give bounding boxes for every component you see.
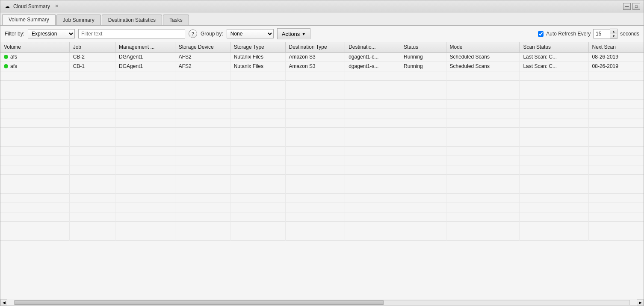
- cell-empty: [115, 184, 175, 193]
- table-row-empty: [0, 193, 644, 203]
- cell-empty: [345, 165, 400, 174]
- cell-empty: [446, 212, 520, 221]
- cell-empty: [69, 99, 115, 109]
- cell-empty: [0, 137, 69, 146]
- cell-empty: [69, 203, 115, 212]
- help-button[interactable]: ?: [189, 29, 197, 38]
- tab-close-button[interactable]: ✕: [53, 3, 61, 10]
- group-by-select[interactable]: None: [227, 29, 274, 38]
- horizontal-scrollbar[interactable]: ◀ ▶: [0, 299, 644, 306]
- cell-empty: [588, 90, 644, 99]
- cell-scan-status: Last Scan: C...: [520, 52, 588, 62]
- table-container[interactable]: Volume Job Management ... Storage Device: [0, 42, 644, 299]
- cell-empty: [520, 165, 588, 174]
- table-row[interactable]: afs CB-2 DGAgent1 AFS2 Nutanix Files Ama…: [0, 52, 644, 62]
- col-header-volume[interactable]: Volume: [0, 42, 69, 52]
- cell-empty: [69, 231, 115, 240]
- cell-next-scan: 08-26-2019: [588, 52, 644, 62]
- tabs-bar: Volume Summary Job Summary Destination S…: [0, 12, 644, 26]
- scroll-track[interactable]: [14, 300, 630, 305]
- cell-empty: [0, 174, 69, 184]
- cell-empty: [115, 127, 175, 137]
- group-by-label: Group by:: [201, 31, 223, 37]
- seconds-label: seconds: [620, 31, 639, 37]
- tab-destination-statistics[interactable]: Destination Statistics: [102, 15, 162, 25]
- col-header-destination[interactable]: Destinatio...: [345, 42, 400, 52]
- cell-empty: [69, 184, 115, 193]
- cell-empty: [115, 90, 175, 99]
- cell-destination-type: Amazon S3: [285, 52, 345, 62]
- cell-empty: [230, 212, 285, 221]
- scroll-thumb[interactable]: [15, 300, 384, 305]
- cell-empty: [588, 80, 644, 90]
- table-row-empty: [0, 203, 644, 212]
- filter-text-input[interactable]: [78, 29, 185, 38]
- cell-empty: [0, 90, 69, 99]
- cell-empty: [0, 165, 69, 174]
- auto-refresh-label: Auto Refresh Every: [546, 31, 591, 37]
- cell-empty: [588, 165, 644, 174]
- cell-empty: [175, 221, 230, 231]
- cell-mode: Scheduled Scans: [446, 52, 520, 62]
- cell-empty: [400, 99, 446, 109]
- window-title: Cloud Summary: [13, 3, 50, 9]
- filter-by-select[interactable]: Expression: [28, 29, 75, 38]
- cell-empty: [285, 127, 345, 137]
- cell-empty: [115, 165, 175, 174]
- tab-tasks[interactable]: Tasks: [163, 15, 189, 25]
- col-header-scan-status[interactable]: Scan Status: [520, 42, 588, 52]
- spinner-buttons: ▲ ▼: [610, 29, 617, 39]
- cell-empty: [175, 99, 230, 109]
- cell-empty: [115, 212, 175, 221]
- table-row-empty: [0, 146, 644, 156]
- col-header-management[interactable]: Management ...: [115, 42, 175, 52]
- table-row-empty: [0, 174, 644, 184]
- cell-empty: [446, 221, 520, 231]
- tab-volume-summary[interactable]: Volume Summary: [2, 14, 56, 25]
- cell-empty: [520, 80, 588, 90]
- cell-empty: [285, 174, 345, 184]
- cell-empty: [588, 109, 644, 118]
- filter-by-label: Filter by:: [5, 31, 24, 37]
- minimize-button[interactable]: —: [623, 3, 631, 10]
- cell-empty: [0, 80, 69, 90]
- actions-button[interactable]: Actions ▼: [277, 28, 311, 39]
- cell-empty: [175, 212, 230, 221]
- cell-empty: [400, 118, 446, 127]
- maximize-button[interactable]: □: [632, 3, 640, 10]
- scroll-left-button[interactable]: ◀: [0, 299, 7, 306]
- spinner-down-button[interactable]: ▼: [610, 34, 617, 38]
- cell-empty: [230, 90, 285, 99]
- col-header-next-scan[interactable]: Next Scan: [588, 42, 644, 52]
- refresh-interval-input[interactable]: [593, 29, 610, 38]
- cell-empty: [0, 184, 69, 193]
- col-header-status[interactable]: Status: [400, 42, 446, 52]
- cell-storage-type: Nutanix Files: [230, 52, 285, 62]
- col-header-mode[interactable]: Mode: [446, 42, 520, 52]
- cell-empty: [400, 174, 446, 184]
- cell-empty: [446, 71, 520, 80]
- col-header-storage-type[interactable]: Storage Type: [230, 42, 285, 52]
- cell-empty: [69, 146, 115, 156]
- auto-refresh-checkbox[interactable]: [538, 31, 544, 37]
- cell-empty: [446, 109, 520, 118]
- col-header-job[interactable]: Job: [69, 42, 115, 52]
- cell-empty: [400, 184, 446, 193]
- col-header-storage-device[interactable]: Storage Device: [175, 42, 230, 52]
- cell-empty: [230, 71, 285, 80]
- cell-storage-device: AFS2: [175, 52, 230, 62]
- status-indicator-green: [4, 55, 8, 59]
- tab-job-summary[interactable]: Job Summary: [56, 15, 101, 25]
- cell-empty: [400, 80, 446, 90]
- table-row[interactable]: afs CB-1 DGAgent1 AFS2 Nutanix Files Ama…: [0, 62, 644, 71]
- cell-empty: [115, 99, 175, 109]
- col-header-destination-type[interactable]: Destination Type: [285, 42, 345, 52]
- cell-empty: [400, 71, 446, 80]
- cell-empty: [446, 80, 520, 90]
- scroll-right-button[interactable]: ▶: [637, 299, 644, 306]
- cell-empty: [446, 127, 520, 137]
- cell-empty: [175, 71, 230, 80]
- cell-empty: [446, 203, 520, 212]
- cell-empty: [520, 221, 588, 231]
- spinner-up-button[interactable]: ▲: [610, 29, 617, 34]
